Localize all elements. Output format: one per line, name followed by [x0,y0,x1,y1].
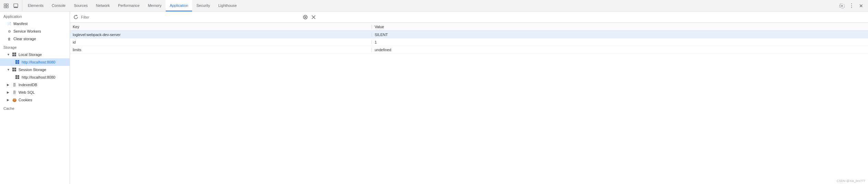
sidebar-item-cookies[interactable]: ▶ 🍪 Cookies [0,96,70,104]
cache-section-title: Cache [0,104,70,112]
svg-rect-1 [7,4,8,5]
close-filter-button[interactable] [310,14,317,21]
storage-section-title: Storage [0,43,70,51]
web-sql-label: Web SQL [19,90,35,94]
more-options-icon[interactable]: ⋮ [847,2,856,10]
manifest-icon: 📄 [7,22,12,26]
tab-application[interactable]: Application [166,0,192,11]
close-devtools-icon[interactable]: ✕ [857,2,865,10]
tab-network[interactable]: Network [92,0,114,11]
web-sql-expand-arrow: ▶ [7,91,10,94]
sidebar-item-indexeddb[interactable]: ▶ 🗄 IndexedDB [0,81,70,89]
settings-icon[interactable] [838,2,846,10]
indexeddb-expand-arrow: ▶ [7,83,10,87]
cell-value-1: 1 [372,40,868,44]
service-workers-label: Service Workers [13,29,41,33]
indexeddb-label: IndexedDB [19,83,37,87]
cell-key-2: limits [70,48,372,52]
svg-rect-2 [4,6,6,8]
sidebar: Application 📄 Manifest ⚙ Service Workers… [0,12,70,184]
col-key-header: Key [70,25,372,29]
svg-rect-0 [4,4,6,5]
svg-rect-3 [7,6,8,8]
sidebar-item-manifest[interactable]: 📄 Manifest [0,20,70,27]
application-section-title: Application [0,12,70,20]
session-storage-expand-arrow: ▼ [7,68,10,71]
cookies-icon: 🍪 [12,98,17,102]
web-sql-icon: 🗄 [12,91,17,94]
service-workers-icon: ⚙ [7,30,12,33]
top-toolbar: Elements Console Sources Network Perform… [0,0,868,12]
clear-storage-icon: 🗑 [7,37,12,41]
sidebar-item-local-storage[interactable]: ▼ Local Storage [0,51,70,58]
content-panel: Key Value loglevel:webpack-dev-server SI… [70,12,868,184]
sidebar-item-local-storage-url[interactable]: http://localhost:8080 [0,58,70,66]
watermark: CSDN @Xie_bro777 [837,179,865,183]
session-storage-label: Session Storage [19,68,46,72]
indexeddb-icon: 🗄 [12,83,17,87]
tab-lighthouse[interactable]: Lighthouse [214,0,241,11]
filter-input[interactable] [81,15,301,19]
svg-rect-5 [14,7,18,8]
session-storage-url-label: http://localhost:8080 [22,75,55,79]
manifest-label: Manifest [13,22,28,26]
tab-sources[interactable]: Sources [70,0,92,11]
tab-performance[interactable]: Performance [114,0,144,11]
local-storage-expand-arrow: ▼ [7,53,10,56]
sidebar-item-session-storage[interactable]: ▼ Session Storage [0,66,70,73]
table-row[interactable]: limits undefined [70,46,868,54]
dock-icon[interactable] [12,2,20,10]
cell-key-1: id [70,40,372,44]
session-storage-url-icon [15,75,20,79]
table-row[interactable]: loglevel:webpack-dev-server SILENT [70,31,868,38]
tab-security[interactable]: Security [192,0,214,11]
local-storage-icon [12,53,17,57]
toolbar-icons-right: ⋮ ✕ [835,0,868,11]
clear-filter-button[interactable] [302,14,309,21]
table-row[interactable]: id 1 [70,38,868,46]
session-storage-icon [12,68,17,72]
tab-console[interactable]: Console [48,0,70,11]
toolbar-icons-left [0,0,22,11]
data-table: Key Value loglevel:webpack-dev-server SI… [70,23,868,184]
sidebar-item-service-workers[interactable]: ⚙ Service Workers [0,27,70,35]
cell-value-2: undefined [372,48,868,52]
local-storage-label: Local Storage [19,53,42,57]
table-header: Key Value [70,23,868,31]
clear-storage-label: Clear storage [13,37,36,41]
refresh-button[interactable] [72,13,80,21]
svg-rect-4 [14,4,18,7]
devtools-icon-1[interactable] [2,2,10,10]
cookies-expand-arrow: ▶ [7,98,10,102]
local-storage-url-icon [15,60,20,64]
sidebar-item-web-sql[interactable]: ▶ 🗄 Web SQL [0,89,70,96]
filter-bar [70,12,868,23]
sidebar-item-clear-storage[interactable]: 🗑 Clear storage [0,35,70,43]
cookies-label: Cookies [19,98,32,102]
main-area: Application 📄 Manifest ⚙ Service Workers… [0,12,868,184]
local-storage-url-label: http://localhost:8080 [22,60,55,64]
tabs-row: Elements Console Sources Network Perform… [22,0,835,11]
sidebar-item-session-storage-url[interactable]: http://localhost:8080 [0,73,70,81]
tab-elements[interactable]: Elements [24,0,48,11]
col-value-header: Value [372,25,868,29]
cell-key-0: loglevel:webpack-dev-server [70,33,372,37]
cell-value-0: SILENT [372,33,868,37]
tab-memory[interactable]: Memory [144,0,166,11]
